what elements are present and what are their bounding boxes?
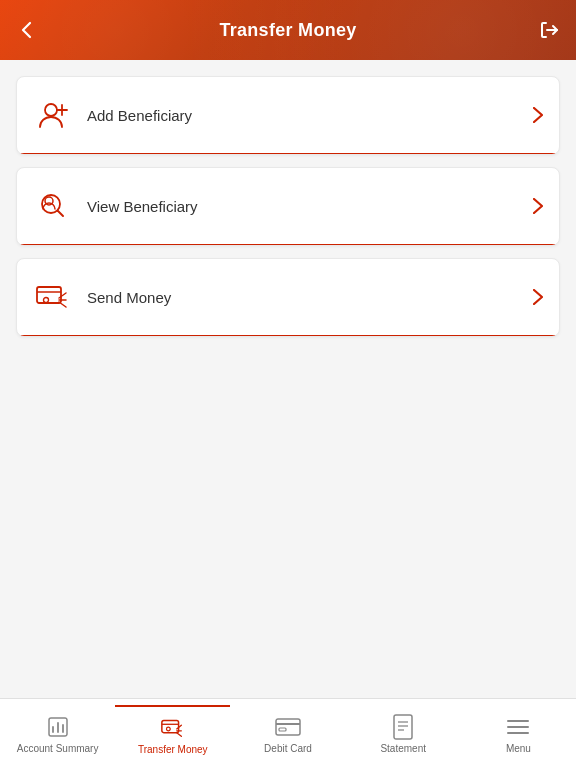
svg-rect-18 [279,728,286,731]
nav-statement[interactable]: Statement [346,706,461,762]
add-beneficiary-arrow [533,107,543,123]
view-beneficiary-item[interactable]: View Beneficiary [17,168,559,245]
svg-line-5 [58,211,64,217]
hamburger-menu-icon [505,714,531,740]
svg-point-0 [45,104,57,116]
add-beneficiary-item[interactable]: Add Beneficiary [17,77,559,154]
chart-icon [45,714,71,740]
add-beneficiary-label: Add Beneficiary [87,107,533,124]
add-beneficiary-card: Add Beneficiary [16,76,560,155]
back-button[interactable] [16,19,38,41]
send-money-label: Send Money [87,289,533,306]
svg-point-15 [166,727,170,731]
send-money-icon [33,277,73,317]
page-title: Transfer Money [219,20,356,41]
view-beneficiary-card: View Beneficiary [16,167,560,246]
nav-account-summary-label: Account Summary [17,743,99,754]
bottom-navigation: Account Summary Transfer Money Debit Car… [0,698,576,768]
transfer-icon [160,715,186,741]
svg-rect-13 [162,720,179,732]
svg-point-8 [44,298,49,303]
view-beneficiary-label: View Beneficiary [87,198,533,215]
logout-button[interactable] [538,19,560,41]
send-money-card: Send Money [16,258,560,337]
nav-account-summary[interactable]: Account Summary [0,706,115,762]
app-header: Transfer Money [0,0,576,60]
nav-debit-card[interactable]: Debit Card [230,706,345,762]
view-beneficiary-arrow [533,198,543,214]
nav-transfer-money[interactable]: Transfer Money [115,705,230,763]
main-content: Add Beneficiary View Beneficiary [0,60,576,365]
search-person-icon [33,186,73,226]
svg-rect-16 [276,719,300,735]
nav-menu-label: Menu [506,743,531,754]
card-icon [275,714,301,740]
svg-rect-19 [394,715,412,739]
nav-statement-label: Statement [380,743,426,754]
nav-transfer-money-label: Transfer Money [138,744,208,755]
statement-icon [390,714,416,740]
add-person-icon [33,95,73,135]
nav-menu[interactable]: Menu [461,706,576,762]
send-money-item[interactable]: Send Money [17,259,559,336]
send-money-arrow [533,289,543,305]
nav-debit-card-label: Debit Card [264,743,312,754]
